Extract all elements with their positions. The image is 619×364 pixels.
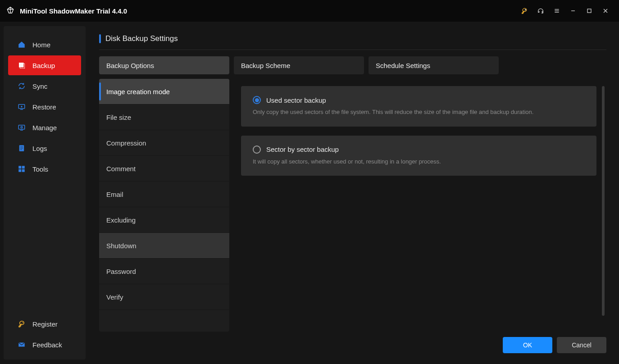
backup-icon bbox=[17, 61, 26, 70]
titlebar-left: MiniTool ShadowMaker Trial 4.4.0 bbox=[5, 6, 127, 16]
sidebar-item-tools[interactable]: Tools bbox=[8, 159, 81, 179]
app-title: MiniTool ShadowMaker Trial 4.4.0 bbox=[20, 7, 127, 15]
titlebar-headset-icon[interactable] bbox=[533, 0, 549, 22]
option-category-verify[interactable]: Verify bbox=[99, 284, 229, 310]
option-category-comment[interactable]: Comment bbox=[99, 156, 229, 182]
option-category-password[interactable]: Password bbox=[99, 259, 229, 284]
sidebar-item-label: Restore bbox=[32, 103, 56, 111]
option-category-email[interactable]: Email bbox=[99, 182, 229, 207]
mail-icon bbox=[17, 340, 26, 349]
tab-backup-scheme[interactable]: Backup Scheme bbox=[234, 56, 364, 74]
option-category-label: Excluding bbox=[106, 216, 136, 224]
radio-indicator[interactable] bbox=[253, 96, 261, 104]
app-body: Home Backup Sync Restore bbox=[0, 22, 619, 364]
cancel-button[interactable]: Cancel bbox=[557, 337, 606, 353]
maximize-button[interactable] bbox=[581, 0, 597, 22]
option-category-image-creation-mode[interactable]: Image creation mode bbox=[99, 79, 229, 105]
home-icon bbox=[17, 40, 26, 49]
sidebar-item-label: Tools bbox=[32, 165, 48, 173]
restore-icon bbox=[17, 102, 26, 111]
option-category-label: Shutdown bbox=[106, 242, 137, 250]
svg-rect-5 bbox=[587, 9, 591, 13]
sidebar-item-manage[interactable]: Manage bbox=[8, 118, 81, 137]
sync-icon bbox=[17, 82, 26, 91]
manage-icon bbox=[17, 123, 26, 132]
option-category-label: Email bbox=[106, 191, 123, 198]
sidebar-item-restore[interactable]: Restore bbox=[8, 97, 81, 117]
sidebar-item-label: Feedback bbox=[32, 341, 62, 349]
tab-label: Schedule Settings bbox=[376, 62, 430, 69]
options-content: Used sector backup Only copy the used se… bbox=[234, 79, 606, 332]
sidebar-item-label: Backup bbox=[32, 62, 55, 69]
options-sidebar: Image creation mode File size Compressio… bbox=[99, 79, 229, 332]
option-category-label: File size bbox=[106, 114, 131, 121]
radio-indicator[interactable] bbox=[253, 146, 261, 154]
radio-option-title: Sector by sector backup bbox=[266, 146, 339, 153]
titlebar-right bbox=[516, 0, 614, 22]
sidebar-item-label: Register bbox=[32, 320, 58, 328]
svg-point-0 bbox=[525, 9, 526, 10]
radio-option-desc: It will copy all sectors, whether used o… bbox=[253, 157, 585, 166]
option-category-label: Password bbox=[106, 268, 136, 275]
page-header-accent bbox=[99, 34, 101, 43]
titlebar-key-icon[interactable] bbox=[516, 0, 533, 22]
radio-option-head: Used sector backup bbox=[253, 96, 585, 104]
settings-area: Image creation mode File size Compressio… bbox=[99, 79, 606, 332]
svg-rect-21 bbox=[18, 169, 21, 172]
option-category-label: Compression bbox=[106, 139, 146, 147]
tab-label: Backup Options bbox=[106, 62, 154, 69]
svg-rect-19 bbox=[18, 166, 21, 168]
option-category-file-size[interactable]: File size bbox=[99, 105, 229, 130]
titlebar-menu-icon[interactable] bbox=[549, 0, 565, 22]
key-icon bbox=[17, 319, 26, 328]
close-button[interactable] bbox=[597, 0, 614, 22]
radio-option-title: Used sector backup bbox=[266, 96, 326, 104]
sidebar-item-label: Sync bbox=[32, 82, 47, 90]
option-category-excluding[interactable]: Excluding bbox=[99, 207, 229, 233]
option-category-compression[interactable]: Compression bbox=[99, 130, 229, 156]
page-header: Disk Backup Settings bbox=[99, 34, 606, 50]
app-logo-icon bbox=[5, 6, 15, 16]
sidebar-item-logs[interactable]: Logs bbox=[8, 138, 81, 158]
radio-option-desc: Only copy the used sectors of the file s… bbox=[253, 108, 585, 117]
svg-point-13 bbox=[21, 126, 23, 128]
tools-icon bbox=[17, 164, 26, 173]
radio-option-head: Sector by sector backup bbox=[253, 146, 585, 154]
svg-rect-8 bbox=[19, 63, 24, 68]
sidebar-item-register[interactable]: Register bbox=[8, 314, 81, 334]
page-title: Disk Backup Settings bbox=[105, 34, 178, 43]
sidebar-item-label: Logs bbox=[32, 145, 47, 152]
button-label: Cancel bbox=[572, 341, 592, 349]
svg-rect-12 bbox=[18, 125, 25, 129]
tab-label: Backup Scheme bbox=[241, 62, 290, 69]
sidebar-item-sync[interactable]: Sync bbox=[8, 76, 81, 96]
ok-button[interactable]: OK bbox=[503, 337, 552, 353]
sidebar-top: Home Backup Sync Restore bbox=[4, 34, 86, 179]
tab-backup-options[interactable]: Backup Options bbox=[99, 56, 229, 74]
footer: OK Cancel bbox=[99, 332, 606, 353]
sidebar-item-label: Home bbox=[32, 41, 50, 49]
svg-rect-22 bbox=[22, 169, 25, 172]
option-category-label: Comment bbox=[106, 165, 136, 173]
option-category-label: Image creation mode bbox=[106, 88, 170, 96]
content-scrollbar[interactable] bbox=[602, 86, 605, 316]
logs-icon bbox=[17, 144, 26, 153]
titlebar: MiniTool ShadowMaker Trial 4.4.0 bbox=[0, 0, 619, 22]
sidebar-item-home[interactable]: Home bbox=[8, 35, 81, 55]
option-category-shutdown[interactable]: Shutdown bbox=[99, 233, 229, 259]
svg-rect-20 bbox=[22, 166, 25, 168]
sidebar: Home Backup Sync Restore bbox=[4, 26, 86, 359]
sidebar-item-feedback[interactable]: Feedback bbox=[8, 335, 81, 355]
option-category-label: Verify bbox=[106, 293, 123, 301]
tab-schedule-settings[interactable]: Schedule Settings bbox=[369, 56, 499, 74]
sidebar-item-backup[interactable]: Backup bbox=[8, 55, 81, 75]
svg-point-23 bbox=[23, 322, 23, 323]
radio-option-used-sector[interactable]: Used sector backup Only copy the used se… bbox=[241, 86, 596, 127]
sidebar-item-label: Manage bbox=[32, 124, 57, 132]
button-label: OK bbox=[523, 341, 532, 349]
main-panel: Disk Backup Settings Backup Options Back… bbox=[91, 26, 614, 359]
tabs: Backup Options Backup Scheme Schedule Se… bbox=[99, 56, 606, 74]
minimize-button[interactable] bbox=[565, 0, 581, 22]
radio-option-sector-by-sector[interactable]: Sector by sector backup It will copy all… bbox=[241, 136, 596, 176]
sidebar-bottom: Register Feedback bbox=[4, 314, 86, 355]
